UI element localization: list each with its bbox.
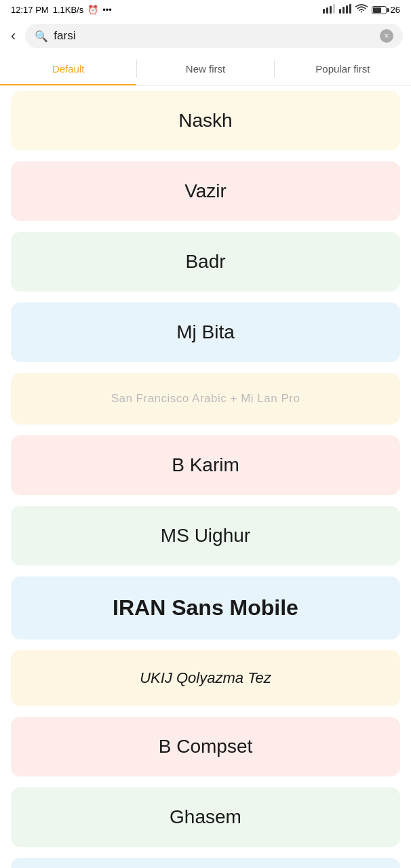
font-name-badr: Badr [185,251,225,273]
svg-rect-5 [342,7,345,14]
tab-popular-first-label: Popular first [315,63,370,75]
search-input[interactable]: farsi [54,29,374,43]
status-bar: 12:17 PM 1.1KB/s ⏰ ••• [0,0,411,18]
time: 12:17 PM [11,5,49,15]
font-name-ghasem: Ghasem [170,806,241,828]
font-name-vazir: Vazir [184,180,227,202]
tab-default-label: Default [52,63,85,75]
tab-new-first[interactable]: New first [137,54,273,85]
tab-new-first-label: New first [186,63,225,75]
svg-rect-4 [339,9,341,14]
wifi-icon [355,4,368,16]
search-box[interactable]: 🔍 farsi × [25,24,403,48]
svg-rect-6 [346,5,348,14]
status-left: 12:17 PM 1.1KB/s ⏰ ••• [11,5,112,15]
font-name-ms-uighur: MS Uighur [161,525,250,547]
svg-rect-3 [333,4,335,14]
font-name-iran-sans: IRAN Sans Mobile [113,595,298,620]
font-item-sf-arabic[interactable]: San Francisco Arabic + Mi Lan Pro [11,373,400,425]
font-item-ukij[interactable]: UKIJ Qolyazma Tez [11,650,400,706]
font-name-mj-bita: Mj Bita [176,321,235,343]
alarm-icon: ⏰ [87,5,98,15]
font-name-b-karim: B Karim [172,454,239,476]
network-speed: 1.1KB/s [53,5,84,15]
font-item-badr[interactable]: Badr [11,232,400,292]
font-item-naskh[interactable]: Naskh [11,91,400,151]
search-icon: 🔍 [35,30,48,43]
font-list: NaskhVazirBadrMj BitaSan Francisco Arabi… [0,85,411,869]
svg-rect-2 [330,6,332,14]
font-item-mj-bita[interactable]: Mj Bita [11,302,400,362]
signal-icon [323,4,335,16]
font-item-iran-sans[interactable]: IRAN Sans Mobile [11,576,400,639]
tab-bar: Default New first Popular first [0,54,411,85]
search-area: ‹ 🔍 farsi × [0,18,411,54]
tab-popular-first[interactable]: Popular first [275,54,411,85]
clear-icon: × [384,31,389,41]
svg-rect-7 [349,4,351,14]
clear-button[interactable]: × [380,29,393,43]
more-icon: ••• [102,5,112,15]
font-item-b-compset[interactable]: B Compset [11,717,400,776]
tab-default[interactable]: Default [0,54,136,85]
signal-icon-2 [339,4,351,16]
back-button[interactable]: ‹ [8,24,18,47]
font-item-b-karim[interactable]: B Karim [11,435,400,495]
status-right: 26 [323,4,400,16]
font-name-sf-arabic: San Francisco Arabic + Mi Lan Pro [111,392,300,406]
battery-icon [372,6,387,14]
font-item-ghasem[interactable]: Ghasem [11,787,400,847]
font-item-ms-uighur[interactable]: MS Uighur [11,506,400,566]
svg-rect-1 [326,7,328,14]
font-name-ukij: UKIJ Qolyazma Tez [140,669,271,687]
font-item-vazir[interactable]: Vazir [11,161,400,221]
font-name-b-compset: B Compset [159,736,253,757]
font-item-game-of-thrones[interactable]: GAME OF THRONES [11,858,400,869]
font-name-naskh: Naskh [178,110,232,132]
battery-percent: 26 [391,5,400,15]
svg-rect-0 [323,9,325,14]
